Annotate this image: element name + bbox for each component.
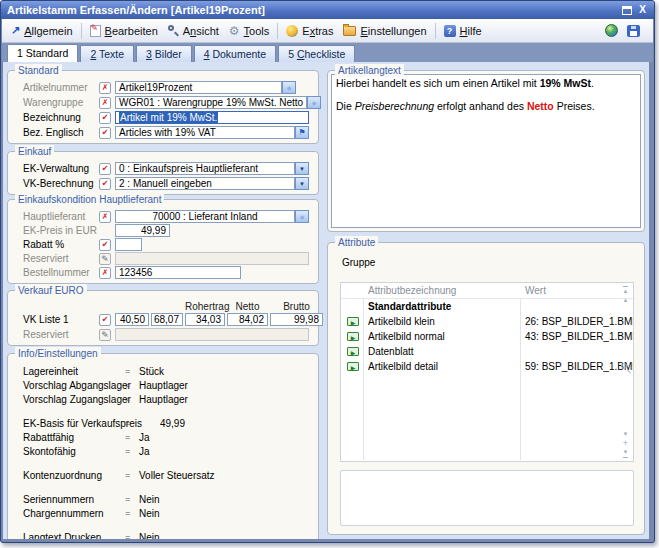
info-label: Skontofähig [23,446,125,457]
grid-magnifier-icon[interactable] [621,363,631,373]
group-attribute: Attribute Gruppe Attributbezeichnung Wer… [327,242,645,535]
dropdown-button[interactable]: ▼ [295,162,309,175]
ek-preis-field[interactable]: 49,99 [115,224,170,237]
lookup-button[interactable]: ◆ [282,81,296,94]
hauptlieferant-field[interactable]: 70000 : Lieferant Inland [115,210,295,223]
flag-button[interactable]: ⚑ [295,126,309,139]
menu-ansicht[interactable]: Ansicht [163,23,224,39]
attribute-detail-panel [340,470,634,526]
scroll-bottom-icon[interactable]: ▼ [623,448,629,458]
bezeichnung-field[interactable]: Artikel mit 19% MwSt. [115,111,309,124]
restore-icon[interactable] [622,6,632,15]
table-row[interactable]: ▶ Artikelbild detail 59: BSP_BILDER_1.BM… [341,359,633,374]
group-title: Verkauf EURO [15,284,87,297]
equals-icon: = [125,394,139,404]
group-einkauf: Einkauf EK-Verwaltung ✔ 0 : Einkaufsprei… [7,151,319,195]
table-row[interactable]: ▶ Artikelbild normal 43: BSP_BILDER_1.BM… [341,329,633,344]
langtext-paragraph: Die Preisberechnung erfolgt anhand des N… [336,100,636,112]
media-icon: ▶ [347,362,359,371]
info-label: Chargennummern [23,508,125,519]
table-row[interactable]: ▶ Artikelbild klein 26: BSP_BILDER_1.BMP [341,314,633,329]
gruppe-label: Gruppe [342,257,638,268]
field-label: Bestellnummer [23,267,99,278]
menu-einstellungen[interactable]: Einstellungen [338,23,431,39]
scroll-top-icon[interactable]: ▲ [623,286,629,296]
tab-texte[interactable]: 2 Texte [80,45,134,62]
field-label: Artikelnummer [23,82,99,93]
netto-field[interactable]: 84,02 [227,313,268,326]
ek-verwaltung-select[interactable]: 0 : Einkaufspreis Hauptlieferant [115,162,295,175]
col-rohertrag: Rohertrag [185,301,225,312]
field-label: EK-Verwaltung [23,163,99,174]
artikelnummer-field[interactable]: Artikel19Prozent [115,81,282,94]
group-title: Einkaufskondition Hauptlieferant [15,193,164,206]
info-label: Kontenzuordnung [23,470,125,481]
tab-standard[interactable]: 1 Standard [7,44,78,62]
tab-dokumente[interactable]: 4 Dokumente [194,45,276,62]
col-netto: Netto [227,301,268,312]
info-value: Ja [139,432,150,443]
media-icon: ▶ [347,317,359,326]
group-title: Einkauf [15,145,54,158]
menu-extras[interactable]: Extras [281,23,338,39]
menu-hilfe[interactable]: ? Hilfe [439,23,487,39]
langtext-editor[interactable]: Hierbei handelt es sich um einen Artikel… [331,74,641,228]
col-brutto: Brutto [270,301,323,312]
window-title: Artikelstamm Erfassen/Ändern [Artikel19P… [7,4,622,16]
add-row-icon[interactable]: + [623,439,628,448]
menu-bar: ↗ Allgemein ✎ Bearbeiten Ansicht ⚙ Tools… [2,19,653,43]
lookup-button[interactable]: ◆ [307,96,321,109]
rabatt-field[interactable] [115,238,142,251]
col-wert[interactable]: Wert [521,285,633,296]
tab-bilder[interactable]: 3 Bilder [136,45,192,62]
folder-icon [343,26,356,36]
save-icon[interactable] [627,25,640,37]
group-title: Artikellangtext [335,64,404,77]
menu-tools[interactable]: ⚙ Tools [224,23,274,39]
group-verkauf-euro: Verkauf EURO Rohertrag Netto Brutto VK L… [7,290,319,346]
toolbar-separator [435,23,436,39]
vk-column-headers: Rohertrag Netto Brutto [23,301,309,312]
field-label: Warengruppe [23,97,99,108]
check-icon: ✔ [99,178,111,190]
col-attributbezeichnung[interactable]: Attributbezeichnung [363,285,521,296]
field-label: Rabatt % [23,239,99,250]
field-label: Bez. Englisch [23,127,99,138]
dropdown-button[interactable]: ▼ [295,177,309,190]
tab-strip: 1 Standard 2 Texte 3 Bilder 4 Dokumente … [2,43,653,62]
field-label: EK-Preis in EUR [23,225,99,236]
bestellnummer-field[interactable]: 123456 [115,266,241,279]
vk-preis-field[interactable]: 40,50 [115,313,149,326]
media-icon: ▶ [347,347,359,356]
grid-header-row: Attributbezeichnung Wert [341,283,633,299]
close-icon[interactable]: X [639,5,646,15]
check-icon: ✔ [99,127,111,139]
warengruppe-field[interactable]: WGR01 : Warengruppe 19% MwSt. Netto [115,96,307,109]
info-label: EK-Basis für Verkaufspreis [23,418,125,429]
grid-group-row[interactable]: Standardattribute [341,299,633,314]
info-value: Nein [139,494,160,505]
rohertrag-field[interactable]: 34,03 [185,313,225,326]
menu-allgemein[interactable]: ↗ Allgemein [6,23,78,39]
table-row[interactable]: ▶ Datenblatt [341,344,633,359]
scroll-up-icon[interactable]: ▲ [623,296,629,305]
mandatory-icon: ✗ [99,82,111,94]
info-label: Rabattfähig [23,432,125,443]
field-label: VK-Berechnung [23,178,99,189]
vk-berechnung-select[interactable]: 2 : Manuell eingeben [115,177,295,190]
globe-icon[interactable] [605,24,618,37]
menu-bearbeiten[interactable]: ✎ Bearbeiten [85,23,163,39]
tab-checkliste[interactable]: 5 Checkliste [278,45,355,62]
equals-icon: = [125,432,139,442]
bez-englisch-field[interactable]: Articles with 19% VAT [115,126,295,139]
gear-icon: ⚙ [229,25,240,37]
group-einkaufskondition: Einkaufskondition Hauptlieferant Hauptli… [7,199,319,284]
group-standard: Standard Artikelnummer ✗ Artikel19Prozen… [7,70,319,144]
group-artikellangtext: Artikellangtext Hierbei handelt es sich … [327,70,645,232]
brutto-field[interactable]: 99,98 [270,313,323,326]
vk-preis2-field[interactable]: 68,07 [151,313,183,326]
toolbar-separator [81,23,82,39]
group-title: Standard [15,64,62,77]
group-info-einstellungen: Info/Einstellungen Lagereinheit=Stück Vo… [7,353,319,539]
lookup-button[interactable]: ◆ [295,210,309,223]
